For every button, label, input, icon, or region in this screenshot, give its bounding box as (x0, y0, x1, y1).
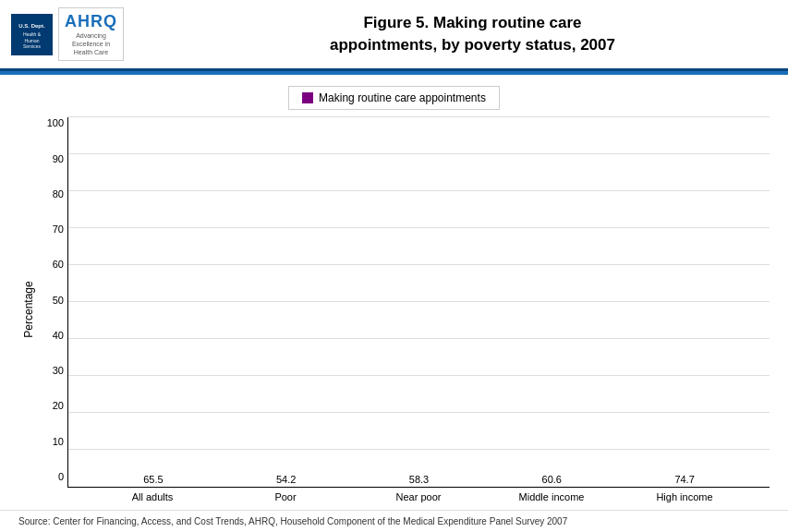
page-container: U.S. Dept. Health & Human Services AHRQ … (0, 0, 788, 532)
chart-title-area: Figure 5. Making routine care appointmen… (168, 12, 777, 56)
chart-plot-area: 100 90 80 70 60 50 40 30 20 10 0 (35, 117, 770, 502)
header: U.S. Dept. Health & Human Services AHRQ … (0, 0, 788, 71)
x-label-1: Poor (219, 491, 352, 502)
bar-value-3: 60.6 (542, 474, 562, 485)
chart-wrapper: Percentage 100 90 80 70 60 50 40 30 20 1… (18, 117, 770, 502)
source-text: Source: Center for Financing, Access, an… (18, 516, 567, 526)
svg-text:Services: Services (23, 43, 42, 49)
svg-text:Health &: Health & (23, 30, 42, 36)
x-label-2: Near poor (352, 491, 485, 502)
y-tick-30: 30 (53, 365, 67, 376)
legend-box: Making routine care appointments (288, 86, 500, 110)
y-tick-100: 100 (47, 117, 67, 128)
bar-group-3: 60.6 (485, 474, 618, 487)
x-label-0: All adults (86, 491, 219, 502)
bar-group-4: 74.7 (618, 474, 751, 487)
y-tick-90: 90 (53, 153, 67, 164)
hhs-logo: U.S. Dept. Health & Human Services (11, 14, 53, 55)
y-tick-70: 70 (53, 224, 67, 235)
y-tick-60: 60 (53, 259, 67, 270)
y-tick-40: 40 (53, 330, 67, 341)
chart-section: Making routine care appointments Percent… (0, 75, 788, 510)
y-ticks: 100 90 80 70 60 50 40 30 20 10 0 (35, 117, 67, 502)
y-axis-label: Percentage (18, 117, 35, 502)
ahrq-acronym: AHRQ (65, 12, 117, 31)
bar-value-1: 54.2 (276, 474, 296, 485)
svg-text:Human: Human (24, 37, 39, 42)
x-labels: All adultsPoorNear poorMiddle incomeHigh… (67, 488, 770, 502)
legend-label: Making routine care appointments (319, 91, 486, 104)
bars-container: 65.554.258.360.674.7 (68, 117, 770, 487)
bars-area: 65.554.258.360.674.7 All adultsPoorNear … (67, 117, 770, 502)
bar-value-4: 74.7 (674, 474, 694, 485)
bar-value-0: 65.5 (143, 474, 163, 485)
x-label-4: High income (618, 491, 751, 502)
bar-group-2: 58.3 (353, 474, 486, 487)
bars-grid: 65.554.258.360.674.7 (67, 117, 770, 488)
legend-swatch (302, 92, 313, 103)
y-tick-80: 80 (53, 188, 67, 200)
bar-value-2: 58.3 (409, 474, 429, 485)
ahrq-subtitle: AdvancingExcellence inHealth Care (72, 31, 110, 56)
bar-group-1: 54.2 (220, 474, 353, 487)
chart-inner: 100 90 80 70 60 50 40 30 20 10 0 (35, 117, 770, 502)
ahrq-logo-box: AHRQ AdvancingExcellence inHealth Care (58, 7, 124, 61)
x-label-3: Middle income (485, 491, 618, 502)
svg-text:U.S. Dept.: U.S. Dept. (18, 23, 45, 29)
y-tick-0: 0 (58, 471, 67, 482)
chart-title: Figure 5. Making routine care appointmen… (168, 12, 777, 56)
bar-group-0: 65.5 (87, 474, 220, 487)
y-tick-50: 50 (53, 295, 67, 306)
y-tick-20: 20 (53, 400, 67, 411)
logo-area: U.S. Dept. Health & Human Services AHRQ … (11, 7, 168, 61)
footer: Source: Center for Financing, Access, an… (0, 510, 788, 532)
y-tick-10: 10 (53, 436, 67, 447)
